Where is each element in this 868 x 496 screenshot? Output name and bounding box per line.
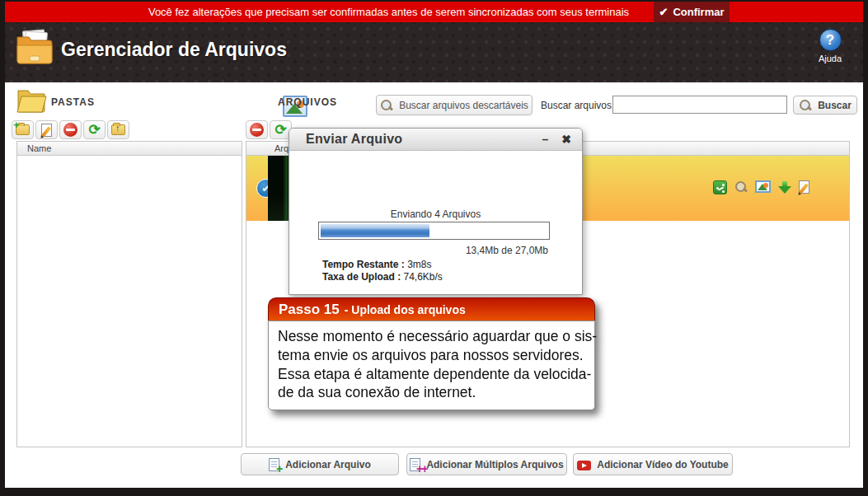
edit-icon [41,124,52,137]
add-file-label: Adicionar Arquivo [285,459,371,470]
confirm-button[interactable]: ✔ Confirmar [654,2,730,22]
close-icon[interactable]: ✖ [561,133,571,146]
search-button[interactable]: Buscar [793,96,857,115]
add-file-icon: + [269,458,279,471]
upload-dialog-titlebar[interactable]: Enviar Arquivo – ✖ [289,129,582,151]
tutorial-line: Nesse momento é necessário aguardar que … [278,327,585,346]
download-icon[interactable] [778,180,791,194]
search-button-label: Buscar [818,100,852,111]
tutorial-title: - Upload dos arquivos [345,303,466,316]
time-remaining-label: Tempo Restante : [322,259,405,270]
time-remaining-value: 3m8s [405,259,432,270]
delete-folder-button[interactable] [59,120,82,139]
add-youtube-video-button[interactable]: Adicionar Vídeo do Youtube [573,453,733,475]
edit-file-icon[interactable] [799,180,809,194]
upload-status-text: Enviando 4 Arquivos [289,208,582,220]
search-icon [380,99,393,112]
image-icon[interactable] [755,180,771,193]
app-folder-icon [15,29,54,68]
help-label: Ajuda [814,54,847,63]
folders-icon [15,86,48,117]
edit-folder-button[interactable] [35,120,58,139]
youtube-icon [577,461,591,470]
add-file-button[interactable]: + Adicionar Arquivo [241,453,399,475]
share-icon[interactable] [713,180,727,194]
help-button[interactable]: ? Ajuda [814,29,847,63]
delete-icon [250,123,264,137]
preview-icon[interactable] [734,180,748,194]
folders-column-header[interactable]: Name [17,142,242,156]
app-window: Você fez alterações que precisam ser con… [0,0,868,496]
files-toolbar: ⟳ [246,120,292,139]
delete-icon [63,123,77,137]
tutorial-line: de da sua conexão de internet. [278,383,585,402]
tutorial-body: Nesse momento é necessário aguardar que … [268,321,595,410]
folder-up-icon: ↑ [111,124,125,135]
folders-table: Name [16,141,242,447]
files-panel-title: ARQUIVOS [278,96,337,108]
upload-time-remaining: Tempo Restante : 3m8s [322,259,431,270]
confirm-button-label: Confirmar [673,6,724,18]
add-multiple-files-label: Adicionar Múltiplos Arquivos [426,459,563,470]
upload-progress-size: 13,4Mb de 27,0Mb [466,245,548,256]
folders-panel-title: PASTAS [51,96,95,108]
upload-progress-bar [318,222,550,240]
search-input[interactable] [612,96,787,114]
parent-folder-button[interactable]: ↑ [107,120,129,139]
add-youtube-video-label: Adicionar Vídeo do Youtube [597,459,729,470]
notification-banner: Você fez alterações que precisam ser con… [5,2,863,22]
upload-rate-label: Taxa de Upload : [322,271,401,283]
check-icon: ✔ [659,6,668,18]
minimize-icon[interactable]: – [542,133,548,146]
new-folder-icon: + [16,124,30,135]
file-row-actions [713,180,809,194]
app-header: Gerenciador de Arquivos ? Ajuda [5,22,863,82]
help-icon: ? [819,29,842,51]
upload-rate: Taxa de Upload : 74,6Kb/s [322,271,443,283]
tutorial-step: Passo 15 [279,302,340,318]
upload-dialog: Enviar Arquivo – ✖ Enviando 4 Arquivos 1… [289,128,583,295]
search-icon [799,99,812,112]
find-disposable-files-label: Buscar arquivos descartáveis [399,100,528,111]
upload-progress-fill [321,224,429,237]
tutorial-line: tema envie os arquivos para nossos servi… [278,346,585,365]
tutorial-line: Essa etapa é altamente dependente da vel… [278,365,585,384]
folders-toolbar: + ⟳ ↑ [12,120,129,139]
delete-file-button[interactable] [246,120,268,139]
find-disposable-files-button[interactable]: Buscar arquivos descartáveis [376,95,533,115]
refresh-folders-button[interactable]: ⟳ [83,120,106,139]
new-folder-button[interactable]: + [12,120,34,139]
refresh-icon: ⟳ [88,123,100,137]
tutorial-header: Passo 15 - Upload dos arquivos [268,297,595,321]
refresh-icon: ⟳ [274,123,286,137]
add-multiple-files-icon: ++ [410,458,420,471]
tutorial-callout: Passo 15 - Upload dos arquivos Nesse mom… [268,297,595,410]
page-title: Gerenciador de Arquivos [61,39,287,61]
upload-dialog-title: Enviar Arquivo [300,132,528,147]
search-files-label: Buscar arquivos: [541,100,614,111]
add-multiple-files-button[interactable]: ++ Adicionar Múltiplos Arquivos [406,453,567,475]
upload-rate-value: 74,6Kb/s [401,271,443,283]
